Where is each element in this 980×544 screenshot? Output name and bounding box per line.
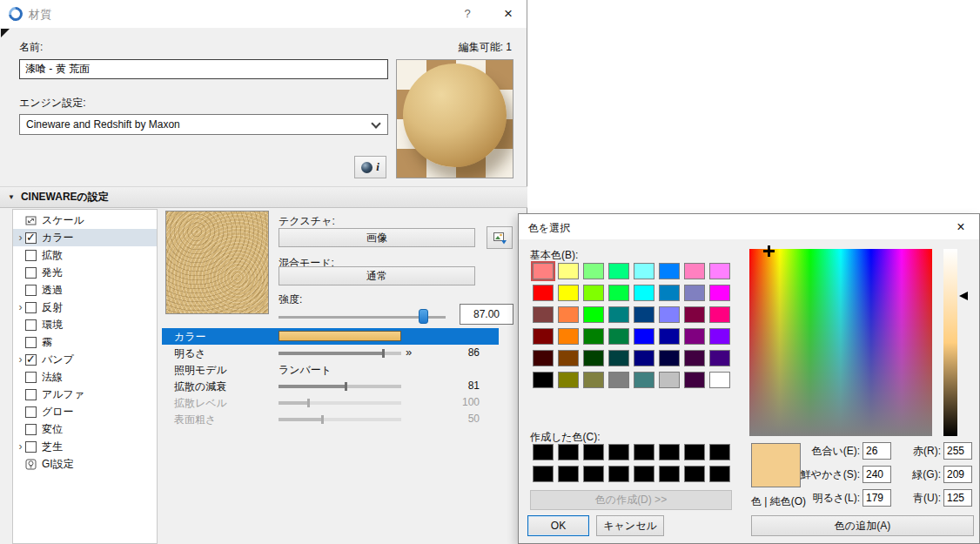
- hue-saturation-field[interactable]: [749, 249, 932, 436]
- tree-item[interactable]: 霧: [13, 333, 157, 351]
- tree-item[interactable]: ›バンプ: [13, 351, 157, 368]
- basic-color-swatch[interactable]: [533, 306, 554, 323]
- custom-color-swatch[interactable]: [659, 466, 680, 482]
- tree-item[interactable]: 変位: [13, 420, 157, 438]
- tree-item[interactable]: 拡散: [13, 246, 157, 264]
- basic-color-swatch[interactable]: [684, 328, 705, 345]
- basic-color-swatch[interactable]: [684, 306, 705, 323]
- basic-color-swatch[interactable]: [709, 306, 730, 323]
- texture-type-button[interactable]: 画像: [279, 228, 475, 247]
- material-dialog-titlebar[interactable]: 材質 ? ×: [0, 0, 527, 28]
- basic-color-swatch[interactable]: [659, 328, 680, 345]
- basic-color-swatch[interactable]: [634, 350, 654, 366]
- custom-color-swatch[interactable]: [558, 444, 579, 460]
- checkbox[interactable]: [25, 354, 37, 366]
- property-row[interactable]: カラー: [162, 328, 499, 345]
- checkbox[interactable]: [25, 302, 37, 313]
- basic-color-swatch[interactable]: [583, 328, 604, 345]
- color-swatch[interactable]: [279, 331, 401, 341]
- custom-color-swatch[interactable]: [533, 466, 554, 482]
- custom-color-swatch[interactable]: [634, 466, 654, 482]
- custom-color-swatch[interactable]: [533, 444, 554, 460]
- basic-color-swatch[interactable]: [684, 372, 705, 388]
- basic-color-swatch[interactable]: [608, 285, 629, 301]
- slider-track[interactable]: [279, 352, 401, 355]
- property-value-text[interactable]: ランバート: [279, 363, 332, 378]
- tree-item[interactable]: GI設定: [13, 455, 157, 473]
- green-input[interactable]: [943, 466, 972, 483]
- basic-color-swatch[interactable]: [533, 285, 554, 301]
- basic-color-swatch[interactable]: [608, 263, 629, 279]
- basic-color-swatch[interactable]: [634, 328, 654, 345]
- texture-thumbnail[interactable]: [165, 211, 269, 314]
- basic-color-swatch[interactable]: [608, 328, 629, 345]
- basic-color-swatch[interactable]: [709, 285, 730, 301]
- slider-track[interactable]: [279, 401, 401, 405]
- basic-color-swatch[interactable]: [659, 372, 680, 388]
- basic-color-swatch[interactable]: [709, 328, 730, 345]
- basic-color-swatch[interactable]: [659, 263, 680, 279]
- luminance-input[interactable]: [863, 489, 891, 507]
- checkbox[interactable]: [25, 372, 37, 383]
- custom-color-swatch[interactable]: [634, 444, 654, 460]
- basic-color-swatch[interactable]: [583, 350, 604, 366]
- basic-color-swatch[interactable]: [684, 285, 705, 301]
- expander-icon[interactable]: ›: [16, 353, 25, 366]
- checkbox[interactable]: [25, 389, 37, 400]
- checkbox[interactable]: [25, 267, 37, 279]
- hue-input[interactable]: [863, 442, 891, 460]
- expander-icon[interactable]: ›: [16, 440, 25, 453]
- tree-item[interactable]: ›カラー: [13, 229, 157, 246]
- tree-item[interactable]: 透過: [13, 281, 157, 299]
- expander-icon[interactable]: ›: [16, 232, 25, 244]
- custom-color-swatch[interactable]: [709, 466, 730, 482]
- cineware-section-header[interactable]: ▼ CINEWAREの設定: [0, 186, 527, 208]
- custom-color-swatch[interactable]: [684, 444, 705, 460]
- basic-color-swatch[interactable]: [684, 263, 705, 279]
- basic-color-swatch[interactable]: [558, 263, 579, 279]
- tree-item[interactable]: ›芝生: [13, 438, 157, 455]
- expander-icon[interactable]: ›: [16, 301, 25, 313]
- blend-mode-button[interactable]: 通常: [279, 266, 475, 285]
- material-name-input[interactable]: [19, 59, 388, 79]
- cancel-button[interactable]: キャンセル: [596, 515, 664, 536]
- tree-item[interactable]: ›反射: [13, 299, 157, 316]
- basic-color-swatch[interactable]: [583, 285, 604, 301]
- close-button[interactable]: ×: [499, 4, 518, 23]
- strength-slider-handle[interactable]: [419, 309, 428, 324]
- collapse-arrow-icon[interactable]: ▼: [8, 193, 15, 201]
- custom-color-swatch[interactable]: [583, 444, 604, 460]
- checkbox[interactable]: [25, 319, 37, 331]
- custom-color-swatch[interactable]: [684, 466, 705, 482]
- basic-color-swatch[interactable]: [533, 328, 554, 345]
- color-dialog-close-button[interactable]: ×: [950, 218, 971, 237]
- red-input[interactable]: [943, 442, 972, 460]
- basic-color-swatch[interactable]: [583, 306, 604, 323]
- basic-color-swatch[interactable]: [608, 306, 629, 323]
- checkbox[interactable]: [25, 285, 37, 296]
- basic-color-swatch[interactable]: [533, 350, 554, 366]
- luminance-bar[interactable]: [943, 249, 957, 436]
- basic-color-swatch[interactable]: [583, 372, 604, 388]
- basic-color-swatch[interactable]: [709, 350, 730, 366]
- basic-color-swatch[interactable]: [558, 350, 579, 366]
- help-button[interactable]: ?: [460, 7, 475, 20]
- material-info-button[interactable]: i: [354, 156, 386, 178]
- checkbox[interactable]: [25, 250, 37, 261]
- basic-color-swatch[interactable]: [684, 350, 705, 366]
- basic-color-swatch[interactable]: [558, 372, 579, 388]
- basic-color-swatch[interactable]: [634, 372, 654, 388]
- engine-dropdown[interactable]: Cineware and Redshift by Maxon: [19, 114, 388, 135]
- texture-options-button[interactable]: [487, 226, 513, 249]
- checkbox[interactable]: [25, 424, 37, 435]
- basic-color-swatch[interactable]: [709, 372, 730, 388]
- property-row[interactable]: 照明モデルランバート: [162, 361, 499, 378]
- basic-color-swatch[interactable]: [608, 372, 629, 388]
- basic-color-swatch[interactable]: [608, 350, 629, 366]
- luminance-arrow-icon[interactable]: [959, 292, 968, 300]
- checkbox[interactable]: [25, 337, 37, 348]
- tree-item[interactable]: スケール: [13, 212, 157, 229]
- tree-item[interactable]: 発光: [13, 264, 157, 281]
- custom-color-swatch[interactable]: [659, 444, 680, 460]
- expand-chevron-icon[interactable]: »: [406, 346, 412, 359]
